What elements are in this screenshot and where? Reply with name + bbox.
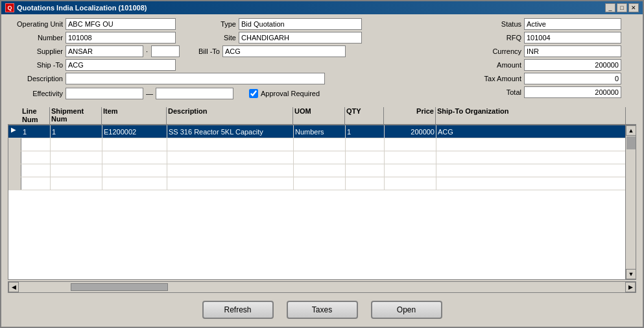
status-label: Status: [479, 20, 521, 28]
approval-section: Approval Required: [249, 89, 320, 98]
operating-unit-row: Operating Unit ABC MFG OU Type Bid Quota…: [8, 18, 474, 30]
scroll-thumb[interactable]: [626, 136, 636, 149]
effectivity-label: Effectivity: [8, 90, 63, 97]
table-section: Line Num Shipment Num Item Description U…: [8, 106, 636, 293]
col-header-shipto: Ship-To Organization: [436, 107, 626, 124]
amount-row: Amount 200000: [479, 59, 636, 71]
form-left: Operating Unit ABC MFG OU Type Bid Quota…: [8, 18, 474, 99]
h-scroll-thumb[interactable]: [71, 283, 168, 291]
scroll-left-button[interactable]: ◀: [8, 282, 19, 292]
number-label: Number: [8, 34, 63, 42]
content-area: Operating Unit ABC MFG OU Type Bid Quota…: [1, 14, 643, 327]
effectivity-from-input[interactable]: [66, 88, 143, 99]
supplier-input[interactable]: ANSAR: [66, 45, 143, 57]
table-row[interactable]: [8, 151, 636, 164]
description-input[interactable]: [66, 73, 325, 84]
vertical-scrollbar[interactable]: ▲ ▼: [625, 125, 636, 279]
bill-to-input[interactable]: ACG: [222, 45, 346, 57]
description-label: Description: [8, 75, 63, 82]
number-row: Number 101008 Site CHANDIGARH: [8, 32, 474, 44]
currency-row: Currency INR: [479, 45, 636, 57]
horizontal-scrollbar[interactable]: ◀ ▶: [8, 281, 636, 293]
rfq-label: RFQ: [479, 34, 521, 42]
site-input[interactable]: CHANDIGARH: [239, 32, 362, 44]
main-window: Q Quotations India Localization (101008)…: [0, 0, 644, 328]
ship-to-input[interactable]: ACG: [66, 59, 176, 71]
currency-label: Currency: [479, 47, 521, 55]
cell-qty-1: 1: [346, 125, 385, 138]
row-indicator: ▶: [8, 125, 21, 138]
cell-price-1: 200000: [385, 125, 436, 138]
status-input[interactable]: Active: [524, 18, 621, 30]
total-input[interactable]: 200000: [524, 86, 621, 98]
h-scroll-track: [19, 282, 625, 292]
type-label: Type: [213, 20, 236, 28]
table-body: ▶ 1 1 E1200002 SS 316 Reactor 5KL Capaci…: [8, 125, 636, 280]
taxes-button[interactable]: Taxes: [287, 301, 358, 319]
tax-amount-row: Tax Amount 0: [479, 73, 636, 84]
col-header-item: Item: [102, 107, 167, 124]
col-header-description: Description: [167, 107, 293, 124]
scroll-up-button[interactable]: ▲: [626, 125, 636, 136]
form-right: Status Active RFQ 101004 Currency INR Am…: [474, 18, 636, 99]
maximize-button[interactable]: □: [617, 3, 627, 12]
site-label: Site: [213, 34, 236, 42]
table-header: Line Num Shipment Num Item Description U…: [8, 106, 636, 125]
title-controls: _ □ ✕: [605, 3, 639, 12]
tax-amount-input[interactable]: 0: [524, 73, 621, 84]
tax-amount-label: Tax Amount: [479, 75, 521, 82]
cell-shipto-1: ACG: [436, 125, 636, 138]
open-button[interactable]: Open: [371, 301, 442, 319]
table-row[interactable]: ▶ 1 1 E1200002 SS 316 Reactor 5KL Capaci…: [8, 125, 636, 138]
ship-to-row: Ship -To ACG: [8, 59, 474, 71]
effectivity-dash: —: [146, 90, 153, 97]
supplier-extra-input[interactable]: [151, 45, 180, 57]
effectivity-row: Effectivity — Approval Required: [8, 88, 474, 99]
cell-uom-1: Numbers: [294, 125, 346, 138]
operating-unit-input[interactable]: ABC MFG OU: [66, 18, 176, 30]
col-header-uom: UOM: [293, 107, 345, 124]
operating-unit-label: Operating Unit: [8, 20, 63, 28]
window-title: Quotations India Localization (101008): [17, 4, 147, 12]
col-header-shipment: Shipment Num: [50, 107, 102, 124]
button-bar: Refresh Taxes Open: [8, 296, 636, 323]
approval-label: Approval Required: [261, 90, 320, 97]
currency-input[interactable]: INR: [524, 45, 621, 57]
number-input[interactable]: 101008: [66, 32, 176, 44]
type-input[interactable]: Bid Quotation: [239, 18, 362, 30]
cell-item-1: E1200002: [102, 125, 167, 138]
col-header-line: Line Num: [21, 107, 50, 124]
total-label: Total: [479, 88, 521, 96]
refresh-button[interactable]: Refresh: [202, 301, 274, 319]
minimize-button[interactable]: _: [605, 3, 615, 12]
form-area: Operating Unit ABC MFG OU Type Bid Quota…: [8, 18, 636, 99]
scroll-right-button[interactable]: ▶: [625, 282, 636, 292]
description-row: Description: [8, 73, 474, 84]
rfq-input[interactable]: 101004: [524, 32, 621, 44]
cell-shipment-1: 1: [51, 125, 102, 138]
amount-input[interactable]: 200000: [524, 59, 621, 71]
window-icon: Q: [5, 3, 14, 12]
amount-label: Amount: [479, 61, 521, 69]
cell-desc-1: SS 316 Reactor 5KL Capacity: [167, 125, 294, 138]
ship-to-label: Ship -To: [8, 61, 63, 69]
table-row[interactable]: [8, 164, 636, 177]
table-row[interactable]: [8, 138, 636, 151]
rfq-row: RFQ 101004: [479, 32, 636, 44]
table-row[interactable]: [8, 177, 636, 190]
bill-to-label: Bill -To: [194, 47, 220, 55]
close-button[interactable]: ✕: [628, 3, 639, 12]
col-header-price: Price: [384, 107, 436, 124]
effectivity-to-input[interactable]: [156, 88, 233, 99]
title-bar: Q Quotations India Localization (101008)…: [1, 1, 643, 14]
scroll-track: [626, 136, 636, 269]
approval-checkbox[interactable]: [249, 89, 258, 98]
status-row: Status Active: [479, 18, 636, 30]
col-header-qty: QTY: [345, 107, 384, 124]
total-row: Total 200000: [479, 86, 636, 98]
supplier-row: Supplier ANSAR · Bill -To ACG: [8, 45, 474, 57]
scroll-down-button[interactable]: ▼: [626, 269, 636, 279]
supplier-label: Supplier: [8, 47, 63, 55]
cell-line-1: 1: [21, 125, 51, 138]
